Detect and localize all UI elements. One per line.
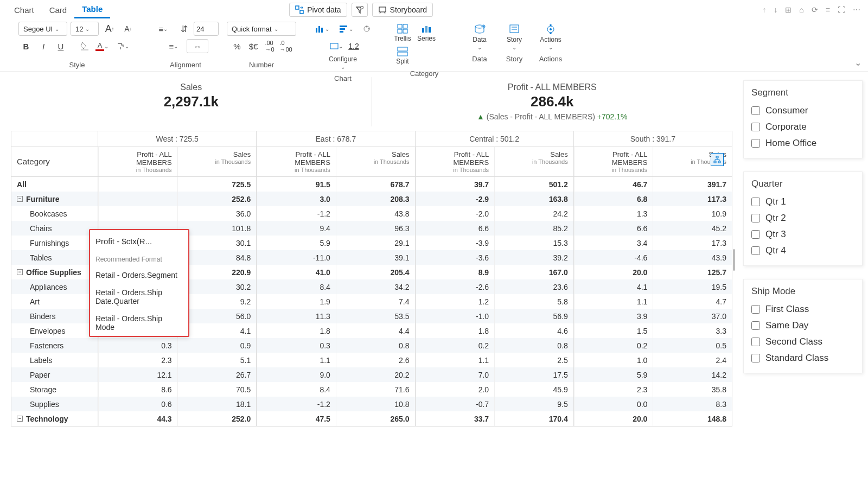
data-cell[interactable]: 0.0 — [574, 397, 653, 411]
expand-icon[interactable]: ⛶ — [837, 4, 846, 15]
data-cell[interactable]: 205.4 — [336, 265, 415, 279]
data-cell[interactable]: 10.9 — [653, 206, 732, 221]
category-cell[interactable]: Binders — [11, 309, 98, 323]
filter-option[interactable]: Qtr 4 — [751, 243, 854, 259]
data-cell[interactable]: 3.4 — [574, 236, 653, 250]
data-cell[interactable]: 8.3 — [653, 397, 732, 411]
profit-header[interactable]: Profit - ALL MEMBERSin Thousands — [574, 147, 653, 176]
tab-card[interactable]: Card — [42, 2, 75, 18]
filter-option[interactable]: Qtr 1 — [751, 194, 854, 210]
data-cell[interactable]: 12.1 — [98, 367, 177, 382]
data-cell[interactable]: 8.4 — [257, 279, 336, 294]
series-button[interactable]: Series — [414, 22, 438, 44]
arrow-down-icon[interactable]: ↓ — [773, 4, 778, 15]
story-button[interactable]: Story ⌄ — [500, 22, 529, 53]
data-cell[interactable]: 1.1 — [574, 294, 653, 309]
data-cell[interactable]: 26.7 — [177, 367, 257, 382]
filter-lines-icon[interactable]: ≡ — [825, 4, 831, 15]
data-cell[interactable]: -0.7 — [416, 397, 495, 411]
filter-option[interactable]: Second Class — [751, 334, 854, 350]
filter-checkbox[interactable] — [751, 139, 760, 148]
font-family-select[interactable]: Segoe UI⌄ — [18, 22, 67, 36]
data-cell[interactable]: 167.0 — [494, 265, 573, 279]
data-cell[interactable]: 2.5 — [494, 353, 573, 367]
arrow-up-icon[interactable]: ↑ — [761, 4, 767, 15]
sales-header[interactable]: Salesin Thousands — [336, 147, 415, 176]
sales-header[interactable]: Salesin Thousands — [494, 147, 573, 176]
data-cell[interactable]: -3.9 — [416, 236, 495, 250]
data-cell[interactable]: 43.8 — [336, 206, 415, 221]
data-cell[interactable]: 36.0 — [177, 206, 257, 221]
profit-header[interactable]: Profit - ALL MEMBERSin Thousands — [257, 147, 336, 176]
collapse-ribbon-icon[interactable]: ⌄ — [854, 58, 861, 68]
category-cell[interactable]: Supplies — [11, 397, 98, 411]
data-cell[interactable]: -1.0 — [416, 309, 495, 323]
align-horizontal-button[interactable]: ≡ ⌄ — [152, 22, 174, 36]
data-cell[interactable]: -11.0 — [257, 250, 336, 265]
data-cell[interactable]: 17.5 — [494, 367, 573, 382]
data-cell[interactable]: 14.2 — [653, 367, 732, 382]
data-cell[interactable]: 39.1 — [336, 250, 415, 265]
data-cell[interactable] — [98, 177, 177, 192]
data-cell[interactable]: 163.8 — [494, 192, 573, 206]
data-cell[interactable]: 29.1 — [336, 236, 415, 250]
data-cell[interactable]: 5.8 — [494, 294, 573, 309]
data-cell[interactable]: -2.0 — [416, 206, 495, 221]
fit-width-button[interactable]: ↔ — [187, 39, 208, 53]
storyboard-button[interactable]: Storyboard — [372, 3, 433, 17]
data-cell[interactable]: 0.3 — [98, 338, 177, 353]
data-cell[interactable]: 252.6 — [177, 192, 257, 206]
data-cell[interactable]: 2.3 — [574, 382, 653, 397]
category-cell[interactable]: −Furniture — [11, 192, 98, 206]
data-cell[interactable]: 125.7 — [653, 265, 732, 279]
data-cell[interactable]: 2.4 — [653, 353, 732, 367]
font-color-button[interactable]: A ⌄ — [94, 39, 110, 53]
data-cell[interactable]: 41.0 — [257, 265, 336, 279]
data-cell[interactable]: 10.8 — [336, 397, 415, 411]
resize-handle[interactable] — [733, 249, 735, 271]
hierarchy-toggle-button[interactable] — [711, 153, 724, 166]
data-cell[interactable]: 39.7 — [416, 177, 495, 192]
data-cell[interactable]: 6.8 — [574, 192, 653, 206]
fill-color-button[interactable] — [77, 39, 92, 53]
filter-checkbox[interactable] — [751, 354, 760, 362]
chart-style-button[interactable]: ⌄ — [327, 39, 346, 53]
chart-type-2-button[interactable]: ⌄ — [335, 22, 357, 36]
category-cell[interactable]: Fasteners — [11, 338, 98, 353]
category-cell[interactable]: −Office Supplies — [11, 265, 98, 279]
underline-button[interactable]: U — [53, 39, 68, 53]
filter-option[interactable]: Qtr 2 — [751, 210, 854, 226]
data-cell[interactable]: 2.3 — [98, 353, 177, 367]
data-cell[interactable]: 1.1 — [416, 353, 495, 367]
refresh-icon[interactable]: ⟳ — [810, 4, 819, 15]
data-cell[interactable]: 3.9 — [574, 309, 653, 323]
filter-option[interactable]: Same Day — [751, 317, 854, 334]
data-cell[interactable]: 1.9 — [257, 294, 336, 309]
more-icon[interactable]: ⋯ — [852, 4, 861, 15]
data-cell[interactable]: 5.9 — [574, 367, 653, 382]
data-cell[interactable]: 18.1 — [177, 397, 257, 411]
data-cell[interactable]: -4.6 — [574, 250, 653, 265]
category-cell[interactable]: Furnishings — [11, 236, 98, 250]
data-cell[interactable]: 20.0 — [574, 265, 653, 279]
category-cell[interactable]: Art — [11, 294, 98, 309]
data-cell[interactable]: 3.0 — [257, 192, 336, 206]
region-header[interactable]: Central : 501.2 — [416, 131, 574, 147]
data-cell[interactable]: -2.9 — [416, 192, 495, 206]
data-cell[interactable]: 0.2 — [416, 338, 495, 353]
data-cell[interactable]: 19.5 — [653, 279, 732, 294]
data-cell[interactable]: 0.5 — [653, 338, 732, 353]
data-cell[interactable]: 33.7 — [416, 411, 495, 426]
grow-font-button[interactable]: A↑ — [102, 22, 117, 36]
category-cell[interactable]: Paper — [11, 367, 98, 382]
data-cell[interactable]: 46.7 — [574, 177, 653, 192]
currency-button[interactable]: $€ — [246, 39, 261, 53]
data-cell[interactable]: 0.8 — [336, 338, 415, 353]
decrease-decimal-button[interactable]: .0→00 — [278, 39, 293, 53]
data-cell[interactable]: 85.2 — [494, 221, 573, 236]
configure-button[interactable]: Configure ⌄ — [324, 53, 362, 72]
data-cell[interactable]: 0.8 — [494, 338, 573, 353]
popup-item[interactable]: Retail - Orders.Ship Date.Quarter — [90, 284, 188, 310]
data-cell[interactable]: 17.3 — [653, 236, 732, 250]
filter-checkbox[interactable] — [751, 230, 760, 239]
